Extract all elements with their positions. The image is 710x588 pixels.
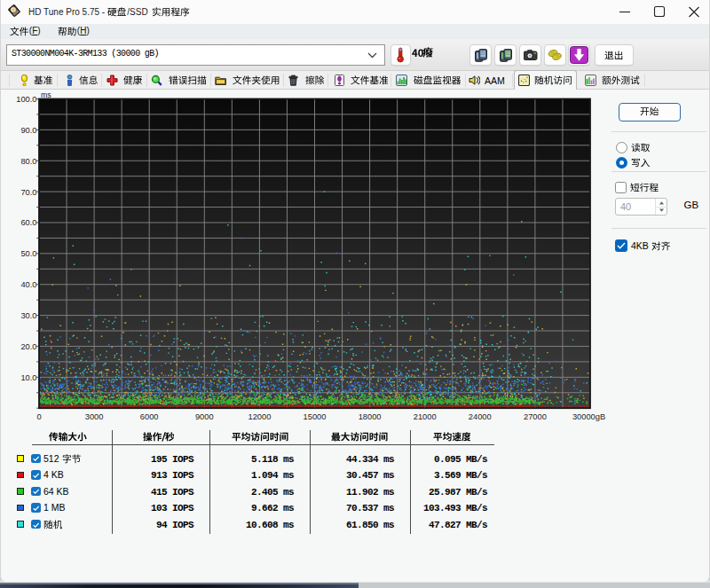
svg-text:ms: ms [41,90,51,99]
svg-text:100.0: 100.0 [16,95,36,104]
svg-text:18000: 18000 [359,412,382,421]
svg-text:30000gB: 30000gB [572,412,605,421]
svg-text:0: 0 [36,412,41,421]
svg-text:80.0: 80.0 [20,157,36,166]
svg-text:27000: 27000 [524,412,547,421]
svg-text:60.0: 60.0 [20,218,36,227]
svg-text:90.0: 90.0 [20,126,36,135]
svg-text:6000: 6000 [140,412,159,421]
svg-text:9000: 9000 [195,412,214,421]
svg-text:30.0: 30.0 [20,311,36,320]
svg-text:10.0: 10.0 [20,373,36,382]
svg-text:50.0: 50.0 [20,249,36,258]
svg-text:12000: 12000 [248,412,271,421]
svg-text:40.0: 40.0 [20,280,36,289]
svg-text:70.0: 70.0 [20,188,36,197]
svg-text:24000: 24000 [469,412,492,421]
svg-text:21000: 21000 [414,412,437,421]
svg-text:20.0: 20.0 [20,342,36,351]
svg-text:3000: 3000 [85,412,104,421]
svg-text:15000: 15000 [304,412,327,421]
